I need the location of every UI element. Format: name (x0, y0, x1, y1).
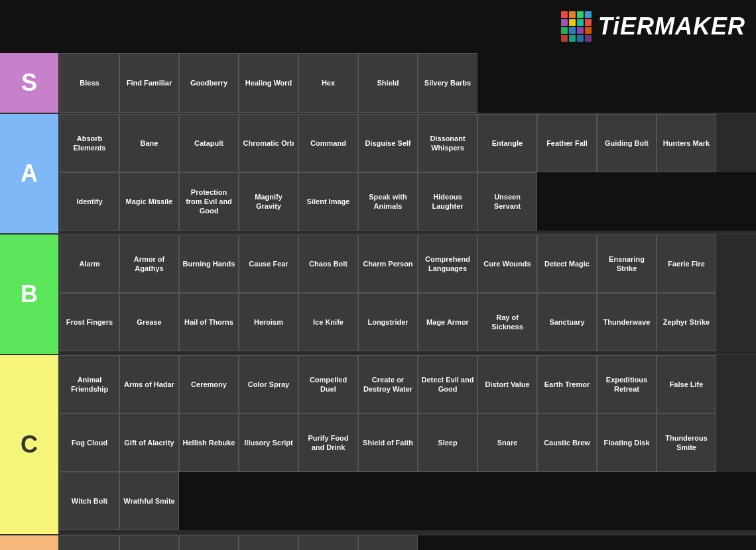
spell-hail-thorns[interactable]: Hail of Thorns (179, 293, 239, 351)
spell-floating-disk[interactable]: Floating Disk (597, 413, 657, 472)
spell-frost-fingers[interactable]: Frost Fingers (60, 293, 119, 351)
spell-beast-bond[interactable]: Beast Bond (60, 535, 119, 550)
spell-wrathful-smite[interactable]: Wrathful Smite (119, 472, 179, 530)
spell-identify[interactable]: Identify (60, 172, 119, 231)
spell-detect-magic[interactable]: Detect Magic (537, 235, 597, 293)
spell-ensnaring-strike[interactable]: Ensnaring Strike (597, 235, 657, 293)
spell-comprehend-languages[interactable]: Comprehend Languages (418, 235, 477, 293)
spell-animal-friendship[interactable]: Animal Friendship (60, 355, 119, 413)
spell-hellish-rebuke[interactable]: Hellish Rebuke (179, 413, 239, 472)
spell-thunderwave[interactable]: Thunderwave (597, 293, 657, 351)
spell-fog-cloud[interactable]: Fog Cloud (60, 413, 119, 472)
spell-purify-food-drink[interactable]: Purify Food and Drink (298, 413, 358, 472)
spell-earth-tremor[interactable]: Earth Tremor (537, 355, 597, 413)
spell-hex[interactable]: Hex (298, 53, 358, 113)
tier-label-a: A (0, 114, 60, 233)
spell-silent-image[interactable]: Silent Image (298, 172, 358, 231)
logo-grid (561, 11, 592, 42)
spell-magic-missile[interactable]: Magic Missile (119, 172, 179, 231)
spell-protection-evil-good[interactable]: Protection from Evil and Good (179, 172, 239, 231)
spell-hunters-mark[interactable]: Hunters Mark (657, 114, 716, 172)
spell-disguise-self[interactable]: Disguise Self (358, 114, 418, 172)
spell-grease[interactable]: Grease (119, 293, 179, 351)
spell-cure-wounds[interactable]: Cure Wounds (477, 235, 537, 293)
spell-armor-agathys[interactable]: Armor of Agathys (119, 235, 179, 293)
logo-cell (577, 11, 584, 18)
spell-shield-faith[interactable]: Shield of Faith (358, 413, 418, 472)
tier-d-fill (418, 535, 756, 550)
spell-find-familiar[interactable]: Find Familiar (119, 53, 179, 113)
spell-entangle[interactable]: Entangle (477, 114, 537, 172)
spell-compelled-duel[interactable]: Compelled Duel (298, 355, 358, 413)
spell-chaos-bolt[interactable]: Chaos Bolt (298, 235, 358, 293)
tier-content-a: Absorb Elements Bane Catapult Chromatic … (60, 114, 756, 233)
logo-cell (569, 35, 576, 42)
spell-expeditious-retreat[interactable]: Expeditious Retreat (597, 355, 657, 413)
tier-content-s: Bless Find Familiar Goodberry Healing Wo… (60, 53, 756, 113)
tier-row-b: B Alarm Armor of Agathys Burning Hands C… (0, 235, 756, 355)
spell-snare[interactable]: Snare (477, 413, 537, 472)
logo-cell (569, 19, 576, 26)
spell-ice-knife[interactable]: Ice Knife (298, 293, 358, 351)
spell-searing-smite[interactable]: Searing Smite (358, 535, 418, 550)
spell-gift-alacrity[interactable]: Gift of Alacrity (119, 413, 179, 472)
spell-catapult[interactable]: Catapult (179, 114, 239, 172)
spell-absorb-elements[interactable]: Absorb Elements (60, 114, 119, 172)
spell-jump[interactable]: Jump (298, 535, 358, 550)
spell-command[interactable]: Command (298, 114, 358, 172)
spell-speak-animals[interactable]: Speak with Animals (358, 172, 418, 231)
spell-magnify-gravity[interactable]: Magnify Gravity (239, 172, 298, 231)
spell-detect-poison-disease[interactable]: Detect Poison and Disease (119, 535, 179, 550)
tier-label-b: B (0, 235, 60, 354)
spell-thunderous-smite[interactable]: Thunderous Smite (657, 413, 716, 472)
spell-guiding-bolt[interactable]: Guiding Bolt (597, 114, 657, 172)
spell-divine-favor[interactable]: Divine Favor (179, 535, 239, 550)
spell-bless[interactable]: Bless (60, 53, 119, 113)
logo-cell (561, 27, 568, 34)
spell-goodberry[interactable]: Goodberry (179, 53, 239, 113)
spell-zephyr-strike[interactable]: Zephyr Strike (657, 293, 716, 351)
spell-faerie-fire[interactable]: Faerie Fire (657, 235, 716, 293)
spell-distort-value[interactable]: Distort Value (477, 355, 537, 413)
spell-hideous-laughter[interactable]: Hideous Laughter (418, 172, 477, 231)
tiermaker-container: TiERMAKER S Bless Find Familiar Goodberr… (0, 0, 756, 550)
spell-alarm[interactable]: Alarm (60, 235, 119, 293)
spell-cause-fear[interactable]: Cause Fear (239, 235, 298, 293)
logo-cell (561, 11, 568, 18)
spell-shield[interactable]: Shield (358, 53, 418, 113)
spell-illusory-script[interactable]: Illusory Script (239, 413, 298, 472)
spell-dissonant-whispers[interactable]: Dissonant Whispers (418, 114, 477, 172)
spell-caustic-brew[interactable]: Caustic Brew (537, 413, 597, 472)
logo-cell (569, 27, 576, 34)
logo-cell (569, 11, 576, 18)
spell-unseen-servant[interactable]: Unseen Servant (477, 172, 537, 231)
tier-s-fill (477, 53, 756, 113)
logo-cell (561, 35, 568, 42)
spell-inflict-wounds[interactable]: Inflict Wounds (239, 535, 298, 550)
spell-witch-bolt[interactable]: Witch Bolt (60, 472, 119, 530)
spell-chromatic-orb[interactable]: Chromatic Orb (239, 114, 298, 172)
spell-sanctuary[interactable]: Sanctuary (537, 293, 597, 351)
spell-mage-armor[interactable]: Mage Armor (418, 293, 477, 351)
header: TiERMAKER (0, 0, 756, 53)
spell-charm-person[interactable]: Charm Person (358, 235, 418, 293)
spell-color-spray[interactable]: Color Spray (239, 355, 298, 413)
tier-a-fill (537, 172, 756, 231)
spell-silvery-barbs[interactable]: Silvery Barbs (418, 53, 477, 113)
spell-healing-word[interactable]: Healing Word (239, 53, 298, 113)
spell-ray-sickness[interactable]: Ray of Sickness (477, 293, 537, 351)
spell-heroism[interactable]: Heroism (239, 293, 298, 351)
spell-ceremony[interactable]: Ceremony (179, 355, 239, 413)
spell-burning-hands[interactable]: Burning Hands (179, 235, 239, 293)
spell-arms-hadar[interactable]: Arms of Hadar (119, 355, 179, 413)
tier-content-c: Animal Friendship Arms of Hadar Ceremony… (60, 355, 756, 534)
tier-label-d: D (0, 535, 60, 550)
spell-false-life[interactable]: False Life (657, 355, 716, 413)
spell-feather-fall[interactable]: Feather Fall (537, 114, 597, 172)
spell-sleep[interactable]: Sleep (418, 413, 477, 472)
spell-detect-evil-good[interactable]: Detect Evil and Good (418, 355, 477, 413)
spell-create-destroy-water[interactable]: Create or Destroy Water (358, 355, 418, 413)
spell-longstrider[interactable]: Longstrider (358, 293, 418, 351)
spell-bane[interactable]: Bane (119, 114, 179, 172)
tier-row-d: D Beast Bond Detect Poison and Disease D… (0, 535, 756, 550)
